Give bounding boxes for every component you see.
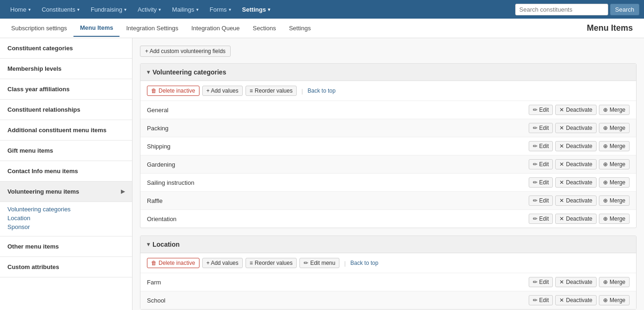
top-navigation: Home ▾ Constituents ▾ Fundraising ▾ Acti…: [0, 0, 644, 19]
edit-button[interactable]: ✏ Edit: [529, 277, 553, 287]
nav-home[interactable]: Home ▾: [5, 0, 36, 19]
add-fields-area: + Add custom volunteering fields: [140, 46, 637, 57]
nav-forms[interactable]: Forms ▾: [204, 0, 237, 19]
table-row: General ✏ Edit ✕ Deactivate ⊕ Merge: [140, 101, 636, 119]
edit-button[interactable]: ✏ Edit: [529, 295, 553, 305]
deactivate-button[interactable]: ✕ Deactivate: [555, 123, 597, 133]
sidebar-item-constituent-categories[interactable]: Constituent categories: [0, 38, 132, 59]
sidebar-item-contact-info[interactable]: Contact Info menu items: [0, 161, 132, 182]
row-actions: ✏ Edit ✕ Deactivate ⊕ Merge: [529, 295, 630, 305]
sidebar-item-gift-menu-items[interactable]: Gift menu items: [0, 141, 132, 161]
deactivate-button[interactable]: ✕ Deactivate: [555, 214, 597, 224]
mailings-arrow-icon: ▾: [196, 7, 199, 12]
search-input[interactable]: [515, 4, 608, 15]
nav-activity[interactable]: Activity ▾: [132, 0, 166, 19]
collapse-icon[interactable]: ▾: [147, 69, 150, 75]
volunteering-categories-toolbar: 🗑 Delete inactive + Add values ≡ Reorder…: [140, 81, 636, 101]
sidebar-item-constituent-relationships[interactable]: Constituent relationships: [0, 100, 132, 120]
edit-button[interactable]: ✏ Edit: [529, 123, 553, 133]
deactivate-button[interactable]: ✕ Deactivate: [555, 177, 597, 188]
subnav-integration-queue[interactable]: Integration Queue: [185, 20, 246, 36]
sidebar-item-volunteering-menu-items[interactable]: Volunteering menu items ▶: [0, 182, 132, 202]
sub-nav-items: Subscription settings Menu Items Integra…: [5, 20, 317, 37]
merge-button[interactable]: ⊕ Merge: [599, 214, 630, 224]
subnav-sections[interactable]: Sections: [246, 20, 283, 36]
table-row: Packing ✏ Edit ✕ Deactivate ⊕ Merge: [140, 119, 636, 137]
table-row: Farm ✏ Edit ✕ Deactivate ⊕ Merge: [140, 273, 636, 291]
table-row: School ✏ Edit ✕ Deactivate ⊕ Merge: [140, 291, 636, 309]
edit-button[interactable]: ✏ Edit: [529, 159, 553, 169]
reorder-icon: ≡: [250, 260, 253, 266]
sidebar-item-additional-constituent[interactable]: Additional constituent menu items: [0, 120, 132, 141]
sidebar-subitem-location[interactable]: Location: [7, 214, 125, 222]
search-button[interactable]: Search: [610, 4, 639, 15]
back-to-top-0[interactable]: Back to top: [308, 88, 336, 94]
sidebar-sub-volunteering: Volunteering categories Location Sponsor: [0, 202, 132, 236]
edit-button[interactable]: ✏ Edit: [529, 141, 553, 151]
activity-arrow-icon: ▾: [159, 7, 161, 12]
deactivate-button[interactable]: ✕ Deactivate: [555, 141, 597, 151]
fundraising-arrow-icon: ▾: [124, 7, 126, 12]
location-header: ▾ Location: [140, 236, 636, 253]
home-arrow-icon: ▾: [28, 7, 31, 12]
delete-inactive-button-0[interactable]: 🗑 Delete inactive: [147, 86, 199, 96]
row-actions: ✏ Edit ✕ Deactivate ⊕ Merge: [529, 177, 630, 188]
deactivate-button[interactable]: ✕ Deactivate: [555, 105, 597, 115]
edit-button[interactable]: ✏ Edit: [529, 105, 553, 115]
page-title: Menu Items: [580, 19, 639, 38]
divider-0: |: [299, 88, 305, 94]
add-values-button-1[interactable]: + Add values: [202, 258, 243, 268]
deactivate-button[interactable]: ✕ Deactivate: [555, 195, 597, 206]
merge-button[interactable]: ⊕ Merge: [599, 123, 630, 133]
pencil-icon: ✏: [304, 260, 308, 266]
edit-menu-button-1[interactable]: ✏ Edit menu: [299, 258, 339, 268]
deactivate-button[interactable]: ✕ Deactivate: [555, 159, 597, 169]
nav-mailings[interactable]: Mailings ▾: [166, 0, 204, 19]
sidebar-item-other-menu-items[interactable]: Other menu items: [0, 236, 132, 257]
merge-button[interactable]: ⊕ Merge: [599, 159, 630, 169]
table-row: Sailing instruction ✏ Edit ✕ Deactivate …: [140, 174, 636, 192]
sidebar-subitem-volunteering-categories[interactable]: Volunteering categories: [7, 205, 125, 214]
chevron-right-icon: ▶: [121, 189, 125, 195]
reorder-values-button-0[interactable]: ≡ Reorder values: [246, 86, 297, 96]
row-actions: ✏ Edit ✕ Deactivate ⊕ Merge: [529, 123, 630, 133]
nav-constituents[interactable]: Constituents ▾: [36, 0, 85, 19]
sidebar-item-class-year-affiliations[interactable]: Class year affiliations: [0, 79, 132, 100]
merge-button[interactable]: ⊕ Merge: [599, 141, 630, 151]
deactivate-button[interactable]: ✕ Deactivate: [555, 277, 597, 287]
subnav-settings[interactable]: Settings: [282, 20, 317, 36]
row-actions: ✏ Edit ✕ Deactivate ⊕ Merge: [529, 159, 630, 169]
row-actions: ✏ Edit ✕ Deactivate ⊕ Merge: [529, 277, 630, 287]
edit-button[interactable]: ✏ Edit: [529, 195, 553, 206]
nav-fundraising[interactable]: Fundraising ▾: [85, 0, 132, 19]
subnav-menu-items[interactable]: Menu Items: [73, 20, 120, 37]
edit-button[interactable]: ✏ Edit: [529, 214, 553, 224]
reorder-values-button-1[interactable]: ≡ Reorder values: [246, 258, 297, 268]
sidebar-subitem-sponsor[interactable]: Sponsor: [7, 222, 125, 231]
collapse-icon[interactable]: ▾: [147, 241, 150, 248]
merge-button[interactable]: ⊕ Merge: [599, 195, 630, 206]
volunteering-categories-header: ▾ Volunteering categories: [140, 64, 636, 81]
delete-inactive-button-1[interactable]: 🗑 Delete inactive: [147, 258, 199, 268]
sidebar-item-membership-levels[interactable]: Membership levels: [0, 59, 132, 79]
deactivate-button[interactable]: ✕ Deactivate: [555, 295, 597, 305]
merge-button[interactable]: ⊕ Merge: [599, 295, 630, 305]
row-actions: ✏ Edit ✕ Deactivate ⊕ Merge: [529, 141, 630, 151]
trash-icon: 🗑: [151, 260, 157, 266]
edit-button[interactable]: ✏ Edit: [529, 177, 553, 188]
sidebar-item-custom-attributes[interactable]: Custom attributes: [0, 257, 132, 277]
main-content: + Add custom volunteering fields ▾ Volun…: [133, 38, 644, 310]
constituents-arrow-icon: ▾: [77, 7, 80, 12]
add-values-button-0[interactable]: + Add values: [202, 86, 243, 96]
row-actions: ✏ Edit ✕ Deactivate ⊕ Merge: [529, 105, 630, 115]
add-custom-volunteering-fields-button[interactable]: + Add custom volunteering fields: [140, 46, 231, 57]
back-to-top-1[interactable]: Back to top: [351, 260, 378, 266]
subnav-integration-settings[interactable]: Integration Settings: [120, 20, 185, 36]
forms-arrow-icon: ▾: [229, 7, 231, 12]
merge-button[interactable]: ⊕ Merge: [599, 105, 630, 115]
merge-button[interactable]: ⊕ Merge: [599, 177, 630, 188]
merge-button[interactable]: ⊕ Merge: [599, 277, 630, 287]
nav-settings[interactable]: Settings ▾: [237, 0, 276, 19]
subnav-subscription-settings[interactable]: Subscription settings: [5, 20, 73, 36]
table-row: Orientation ✏ Edit ✕ Deactivate ⊕ Merge: [140, 210, 636, 228]
